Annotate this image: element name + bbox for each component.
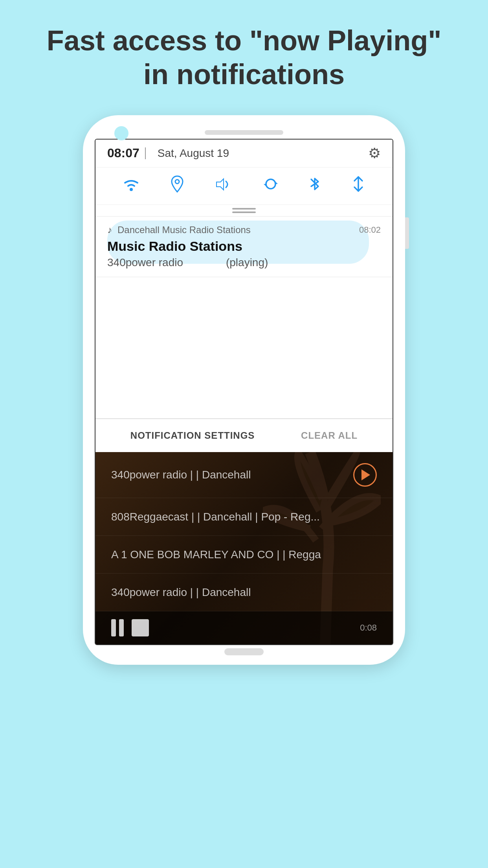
notification-status: (playing) [226, 256, 268, 268]
status-time: 08:07 [107, 146, 139, 160]
notification-subtitle: 340power radio (playing) [107, 256, 381, 269]
radio-station-name: 340power radio | | Dancehall [111, 585, 251, 600]
music-icon: ♪ [107, 224, 112, 235]
radio-station-name: 808Reggaecast | | Dancehall | Pop - Reg.… [111, 509, 320, 524]
radio-list: 340power radio | | Dancehall 808Reggaeca… [95, 452, 393, 612]
quick-settings [95, 167, 393, 205]
notification-empty-space [95, 277, 393, 419]
radio-item[interactable]: 808Reggaecast | | Dancehall | Pop - Reg.… [95, 498, 393, 536]
bottom-player: 0:08 [95, 611, 393, 644]
stop-button[interactable] [132, 619, 149, 636]
phone-home-button[interactable] [224, 648, 264, 655]
sync-icon[interactable] [263, 176, 279, 196]
notification-time: 08:02 [359, 225, 381, 235]
phone-screen: 08:07 Sat, August 19 ⚙ [95, 139, 393, 645]
gear-icon[interactable]: ⚙ [368, 145, 381, 162]
player-time: 0:08 [360, 623, 377, 633]
status-date: Sat, August 19 [158, 147, 229, 160]
app-content: 340power radio | | Dancehall 808Reggaeca… [95, 452, 393, 645]
notification-card[interactable]: ♪ Dancehall Music Radio Stations 08:02 M… [95, 217, 393, 277]
page-headline: Fast access to "now Playing" in notifica… [0, 0, 488, 107]
phone-camera [114, 126, 128, 140]
svg-point-1 [175, 180, 179, 184]
status-divider [145, 147, 146, 159]
notification-header: ♪ Dancehall Music Radio Stations 08:02 [107, 224, 381, 235]
svg-point-0 [130, 188, 133, 191]
notification-station: 340power radio [107, 256, 183, 268]
play-button[interactable] [353, 463, 377, 487]
notification-settings-button[interactable]: NOTIFICATION SETTINGS [130, 430, 255, 441]
drag-handle [95, 205, 393, 217]
svg-marker-3 [275, 181, 278, 184]
volume-icon[interactable] [215, 177, 232, 195]
location-icon[interactable] [170, 175, 184, 197]
player-controls [111, 619, 149, 636]
bluetooth-icon[interactable] [309, 175, 321, 197]
radio-item[interactable]: 340power radio | | Dancehall [95, 452, 393, 498]
data-transfer-icon[interactable] [351, 175, 365, 197]
status-bar: 08:07 Sat, August 19 ⚙ [95, 140, 393, 167]
pause-bar-left [111, 619, 116, 636]
svg-marker-4 [264, 184, 267, 187]
phone-wrapper: 08:07 Sat, August 19 ⚙ [0, 115, 488, 665]
clear-all-button[interactable]: CLEAR ALL [301, 430, 358, 441]
notification-area: ♪ Dancehall Music Radio Stations 08:02 M… [95, 217, 393, 452]
radio-station-name: 340power radio | | Dancehall [111, 467, 251, 482]
notification-app-name: Dancehall Music Radio Stations [117, 224, 251, 235]
play-icon [361, 469, 370, 480]
notification-title: Music Radio Stations [107, 239, 381, 254]
wifi-icon[interactable] [123, 177, 140, 195]
notification-buttons: NOTIFICATION SETTINGS CLEAR ALL [95, 419, 393, 452]
phone-speaker [205, 130, 283, 135]
radio-item[interactable]: 340power radio | | Dancehall [95, 574, 393, 611]
radio-item[interactable]: A 1 ONE BOB MARLEY AND CO | | Regga [95, 536, 393, 574]
svg-marker-2 [216, 179, 224, 190]
pause-bar-right [119, 619, 124, 636]
radio-station-name: A 1 ONE BOB MARLEY AND CO | | Regga [111, 547, 321, 562]
phone-side-button [405, 217, 409, 249]
drag-line [232, 211, 256, 213]
drag-line [232, 208, 256, 210]
pause-button[interactable] [111, 619, 124, 636]
status-left: 08:07 Sat, August 19 [107, 146, 229, 160]
phone-frame: 08:07 Sat, August 19 ⚙ [83, 115, 405, 665]
